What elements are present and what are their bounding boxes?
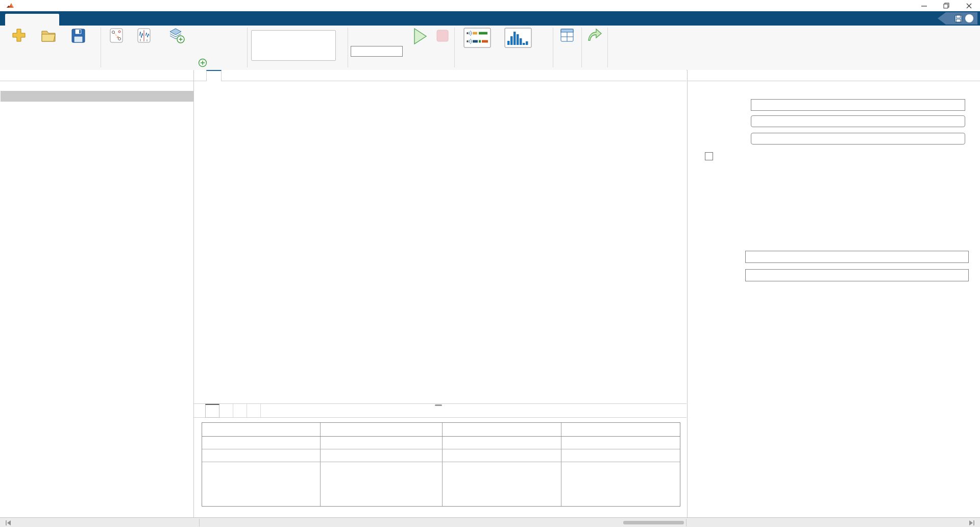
horizontal-scrollbar-thumb[interactable]: [623, 521, 684, 524]
live-plots-gallery[interactable]: [251, 30, 336, 61]
wireless-network-modeler-window: [0, 0, 980, 527]
network-browser-header: [0, 70, 193, 81]
add-node-icon: [198, 58, 207, 67]
stop-button: [432, 28, 453, 67]
save-session-icon: [70, 28, 86, 44]
tab-uplink-applications[interactable]: [205, 404, 219, 418]
breadth-input[interactable]: [745, 269, 969, 281]
length-input[interactable]: [745, 251, 969, 263]
help-icon[interactable]: [965, 14, 973, 22]
tree-item-sta2[interactable]: [0, 158, 193, 169]
channel-icon: [136, 28, 152, 44]
add-node-button[interactable]: [198, 57, 211, 68]
network-name-input[interactable]: [751, 99, 965, 111]
tab-simulator[interactable]: [5, 14, 59, 26]
ribbon-tab-strip: [0, 11, 980, 26]
restore-button[interactable]: [935, 0, 958, 11]
application-traffic-button[interactable]: [157, 28, 196, 67]
node-performance-icon: [504, 28, 532, 48]
collapse-left-icon[interactable]: [5, 520, 11, 526]
quick-access-toolbar: [938, 12, 977, 25]
new-session-button[interactable]: [4, 28, 34, 67]
toolbar: [0, 26, 980, 70]
restore-icon: [943, 3, 949, 9]
scenario-canvas-panel: [194, 70, 687, 517]
tree-item-bss1[interactable]: [0, 102, 193, 113]
traffic-viewer-button[interactable]: [462, 28, 492, 67]
simulation-time-input[interactable]: [351, 46, 403, 57]
default-layout-button[interactable]: [554, 28, 580, 67]
traffic-viewer-icon: [463, 28, 491, 48]
column-header-source-node[interactable]: [202, 423, 320, 436]
panel-collapse-handle[interactable]: [435, 404, 442, 406]
minimize-button[interactable]: [913, 0, 935, 11]
new-session-icon: [11, 28, 27, 44]
show-sta-boundaries-checkbox[interactable]: [705, 152, 713, 160]
property-editor-header: [688, 70, 980, 81]
mobility-button[interactable]: [102, 28, 131, 67]
tab-downlink-applications[interactable]: [219, 404, 233, 417]
tab-channel[interactable]: [247, 404, 261, 417]
network-browser-panel: [0, 70, 194, 517]
save-session-button[interactable]: [63, 28, 93, 67]
collapse-right-icon[interactable]: [969, 520, 975, 526]
mobility-icon: [109, 28, 124, 44]
simulate-button[interactable]: [406, 28, 434, 67]
column-header-destination-node[interactable]: [320, 423, 442, 436]
export-button[interactable]: [582, 28, 607, 67]
applications-tab-strip: [194, 403, 687, 418]
open-session-button[interactable]: [34, 28, 63, 67]
close-icon: [966, 3, 972, 9]
node-performance-button[interactable]: [503, 28, 533, 67]
tree-item-wlan-network[interactable]: [1, 91, 193, 102]
tab-mobility[interactable]: [233, 404, 247, 417]
app-logo-icon: [6, 2, 14, 10]
property-editor-panel: [687, 70, 980, 517]
tab-wireless-network[interactable]: [206, 70, 222, 81]
open-session-icon: [40, 28, 57, 44]
stop-icon: [436, 28, 449, 45]
phy-model-select[interactable]: [751, 133, 965, 145]
minimize-icon: [921, 3, 927, 9]
tree-item-sta1[interactable]: [0, 125, 193, 135]
table-row[interactable]: [202, 449, 680, 462]
title-bar: [0, 0, 980, 11]
network-plot: [194, 81, 687, 403]
tree-item-ap2[interactable]: [0, 147, 193, 158]
tree-item-ap1[interactable]: [0, 113, 193, 124]
uplink-applications-table: [202, 422, 680, 507]
column-header-access-category[interactable]: [561, 423, 680, 436]
tree-item-bss2[interactable]: [0, 136, 193, 147]
simulate-icon: [412, 28, 428, 45]
mac-model-select[interactable]: [751, 115, 965, 127]
applications-content: [194, 418, 687, 517]
export-icon: [587, 28, 602, 43]
table-row[interactable]: [202, 437, 680, 449]
quick-save-icon[interactable]: [954, 15, 962, 22]
column-header-template-name[interactable]: [442, 423, 561, 436]
scenario-canvas[interactable]: [194, 81, 687, 403]
status-bar: [0, 517, 980, 527]
canvas-tab-strip: [194, 70, 687, 81]
close-button[interactable]: [958, 0, 980, 11]
table-header-row: [202, 423, 680, 437]
default-layout-icon: [560, 28, 574, 43]
application-traffic-icon: [168, 28, 185, 44]
channel-button[interactable]: [131, 28, 157, 67]
